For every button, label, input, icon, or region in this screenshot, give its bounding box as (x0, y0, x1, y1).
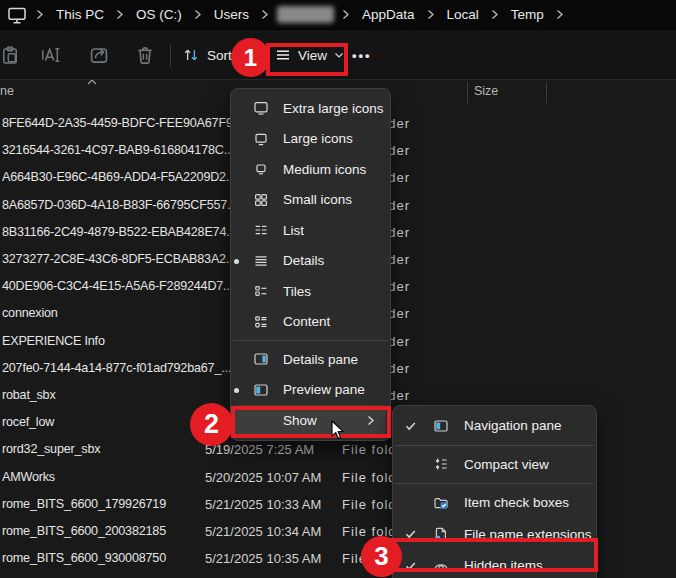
date-modified: 5/21/2025 10:33 AM (205, 491, 321, 518)
submenu-item-compact-view[interactable]: Compact view (397, 449, 592, 481)
menu-item-medium-icons[interactable]: Medium icons (235, 154, 386, 185)
menu-separator (233, 340, 388, 341)
mouse-cursor-icon (331, 420, 349, 442)
checkmark-icon (405, 421, 419, 431)
menu-item-label: Large icons (283, 131, 353, 146)
menu-item-label: Details pane (283, 352, 358, 367)
file-name: rome_BITS_6600_200382185 (2, 518, 230, 545)
chevron-right-icon (342, 9, 350, 20)
delete-button[interactable] (134, 30, 156, 80)
menu-item-preview-pane[interactable]: Preview pane (235, 375, 386, 406)
sort-button[interactable]: Sort (182, 30, 232, 80)
extra-large-icons-icon (253, 100, 269, 116)
annotation-badge-3: 3 (361, 536, 402, 577)
small-icons-icon (253, 192, 269, 208)
menu-item-label: Content (283, 314, 330, 329)
view-menu-panes-group: Details panePreview pane (231, 344, 390, 405)
this-pc-computer-icon (6, 5, 28, 25)
menu-item-list[interactable]: List (235, 215, 386, 246)
menu-item-label: Details (283, 253, 324, 268)
item-check-boxes-icon (433, 495, 449, 511)
menu-item-label: Tiles (283, 284, 311, 299)
menu-separator (395, 483, 594, 484)
toolbar-divider (170, 44, 171, 67)
menu-item-label: Small icons (283, 192, 352, 207)
tiles-icon (253, 283, 269, 299)
view-menu-modes-group: Extra large iconsLarge iconsMedium icons… (231, 93, 390, 337)
large-icons-icon (253, 131, 269, 147)
file-name: A664B30-E96C-4B69-ADD4-F5A2209D2... (2, 164, 230, 191)
breadcrumb-item[interactable]: This PC (52, 5, 108, 24)
breadcrumb: This PCOS (C:)UsersAppDataLocalTemp (0, 0, 676, 30)
menu-item-extra-large-icons[interactable]: Extra large icons (235, 93, 386, 124)
column-divider[interactable] (546, 82, 547, 103)
sort-arrows-icon (182, 46, 200, 64)
file-name: 3216544-3261-4C97-BAB9-616804178C... (2, 137, 230, 164)
file-name: 207fe0-7144-4a14-877c-f01ad792ba67_... (2, 355, 230, 382)
menu-item-content[interactable]: Content (235, 307, 386, 338)
submenu-item-item-check-boxes[interactable]: Item check boxes (397, 487, 592, 519)
annotation-box-1 (266, 43, 348, 76)
submenu-item-label: Navigation pane (464, 418, 562, 433)
menu-item-label: List (283, 223, 304, 238)
annotation-badge-2: 2 (190, 403, 233, 446)
date-modified: 5/21/2025 10:34 AM (205, 518, 321, 545)
chevron-right-icon (427, 9, 435, 20)
file-name: rord32_super_sbx (2, 436, 230, 463)
list-icon (253, 222, 269, 238)
file-name: 8B31166-2C49-4879-B522-EBAB428E74... (2, 219, 230, 246)
submenu-item-navigation-pane[interactable]: Navigation pane (397, 410, 592, 442)
file-name: 8FE644D-2A35-4459-BDFC-FEE90A67F9... (2, 110, 230, 137)
selected-bullet-icon (234, 259, 239, 264)
annotation-box-2 (231, 406, 391, 438)
more-ellipsis-icon: ••• (352, 48, 372, 63)
submenu-item-label: Item check boxes (464, 495, 569, 510)
chevron-right-icon (36, 9, 44, 20)
menu-item-small-icons[interactable]: Small icons (235, 185, 386, 216)
navigation-pane-icon (433, 418, 449, 434)
preview-pane-icon (253, 382, 269, 398)
file-name: 40DE906-C3C4-4E15-A5A6-F289244D7... (2, 273, 230, 300)
breadcrumb-item[interactable]: Temp (507, 5, 548, 24)
chevron-right-icon (491, 9, 499, 20)
menu-item-label: Preview pane (283, 382, 365, 397)
submenu-item-label: Compact view (464, 457, 549, 472)
file-name: robat_sbx (2, 382, 230, 409)
rename-button[interactable] (40, 30, 62, 80)
breadcrumb-item[interactable]: Local (443, 5, 483, 24)
medium-icons-icon (253, 161, 269, 177)
compact-view-icon (433, 456, 449, 472)
date-modified: 5/20/2025 10:07 AM (205, 464, 321, 491)
chevron-right-icon (261, 9, 269, 20)
file-name: 8A6857D-036D-4A18-B83F-66795CF557... (2, 192, 230, 219)
share-button[interactable] (88, 30, 110, 80)
details-pane-icon (253, 351, 269, 367)
breadcrumb-item[interactable]: OS (C:) (132, 5, 186, 24)
column-header-name[interactable]: ne (0, 84, 14, 98)
menu-separator (395, 445, 594, 446)
view-menu: Extra large iconsLarge iconsMedium icons… (230, 88, 391, 441)
column-divider[interactable] (467, 82, 468, 103)
file-name: AMWorks (2, 464, 230, 491)
chevron-right-icon (116, 9, 124, 20)
date-modified: 5/21/2025 10:35 AM (205, 545, 321, 572)
breadcrumb-item[interactable]: Users (210, 5, 253, 24)
chevron-right-icon (556, 9, 564, 20)
file-name: rome_BITS_6600_179926719 (2, 491, 230, 518)
file-name: 3273277-2C8E-43C6-8DF5-ECBAB83A2... (2, 246, 230, 273)
menu-item-tiles[interactable]: Tiles (235, 276, 386, 307)
menu-item-details-pane[interactable]: Details pane (235, 344, 386, 375)
paste-button[interactable] (0, 30, 20, 80)
see-more-button[interactable]: ••• (352, 30, 372, 80)
sort-button-label: Sort (207, 48, 232, 63)
file-explorer-window: 8FE644D-2A35-4459-BDFC-FEE90A67F9...File… (0, 0, 676, 578)
menu-item-label: Medium icons (283, 162, 366, 177)
annotation-badge-1: 1 (231, 38, 270, 77)
menu-item-details[interactable]: Details (235, 246, 386, 277)
column-header-size[interactable]: Size (474, 84, 498, 98)
menu-item-label: Extra large icons (283, 101, 384, 116)
breadcrumb-item[interactable]: AppData (358, 5, 419, 24)
redacted-username[interactable] (277, 6, 334, 23)
menu-item-large-icons[interactable]: Large icons (235, 124, 386, 155)
file-name: connexion (2, 300, 230, 327)
